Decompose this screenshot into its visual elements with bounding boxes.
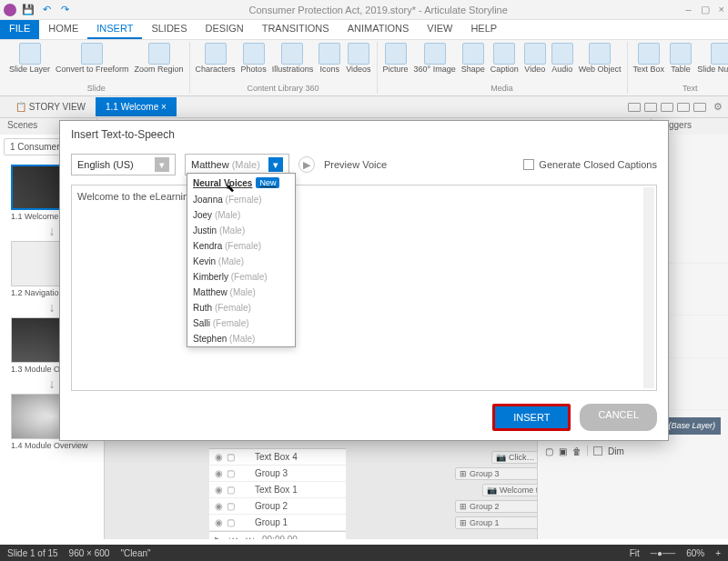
voice-option[interactable]: Stephen (Male) — [187, 331, 295, 346]
maximize-button[interactable]: ▢ — [701, 4, 710, 15]
timeline-clip[interactable]: ⊞ Group 3 — [455, 467, 537, 480]
eye-icon[interactable]: ◉ — [215, 452, 223, 462]
zoom-value: 60% — [686, 548, 704, 558]
voice-option[interactable]: Joey (Male) — [187, 207, 295, 223]
timeline-controls: ▶ ⏮ ⏭ 00:09.00 — [209, 531, 346, 539]
timeline-clip[interactable]: ⊞ Group 2 — [455, 500, 537, 513]
eye-icon[interactable]: ◉ — [215, 485, 223, 495]
cancel-button[interactable]: CANCEL — [580, 404, 657, 431]
ribbon-photos[interactable]: Photos — [239, 42, 268, 75]
tab-view[interactable]: VIEW — [418, 20, 461, 39]
redo-icon[interactable]: ↷ — [58, 4, 71, 16]
ribbon-videos[interactable]: Videos — [344, 42, 372, 75]
voice-option[interactable]: Salli (Female) — [187, 316, 295, 331]
timeline-clip[interactable]: ⊞ Group 1 — [455, 516, 537, 529]
delete-layer-icon[interactable]: 🗑 — [572, 446, 581, 456]
ribbon-illustrations[interactable]: Illustrations — [270, 42, 316, 75]
voice-option[interactable]: Justin (Male) — [187, 223, 295, 238]
ribbon-icons[interactable]: Icons — [317, 42, 342, 75]
ribbon-web-object[interactable]: Web Object — [577, 42, 623, 75]
window-title: Consumer Protection Act, 2019.story* - A… — [71, 5, 685, 15]
ribbon-convert-freeform[interactable]: Convert to Freeform — [54, 42, 131, 75]
eye-icon[interactable]: ◉ — [215, 501, 223, 511]
timeline-row[interactable]: ◉▢Group 3⊞ Group 3 — [209, 466, 346, 482]
voice-option[interactable]: Ruth (Female) — [187, 300, 295, 316]
tab-home[interactable]: HOME — [39, 20, 87, 39]
voice-option[interactable]: Kevin (Male) — [187, 254, 295, 269]
tab-slides[interactable]: SLIDES — [142, 20, 196, 39]
tab-help[interactable]: HELP — [461, 20, 506, 39]
tab-file[interactable]: FILE — [0, 20, 39, 39]
lock-icon[interactable]: ▢ — [227, 485, 235, 495]
device-preview-icons[interactable] — [628, 103, 706, 112]
voice-option[interactable]: Kendra (Female) — [187, 238, 295, 254]
timeline-row[interactable]: ◉▢Group 2⊞ Group 2 — [209, 498, 346, 515]
ribbon-360-image[interactable]: 360° Image — [412, 42, 458, 75]
ribbon-picture[interactable]: Picture — [381, 42, 410, 75]
timeline-panel: ◉▢Text Box 4📷 Click… ◉▢Group 3⊞ Group 3 … — [209, 448, 346, 539]
voice-option[interactable]: Kimberly (Female) — [187, 269, 295, 285]
preview-voice-label[interactable]: Preview Voice — [324, 159, 387, 170]
insert-button[interactable]: INSERT — [492, 404, 571, 431]
settings-icon[interactable]: ⚙ — [713, 101, 723, 113]
lock-icon[interactable]: ▢ — [227, 452, 235, 462]
lock-icon[interactable]: ▢ — [227, 468, 235, 478]
tts-text-input[interactable]: Welcome to the eLearning course — [71, 185, 657, 391]
zoom-in-icon[interactable]: + — [715, 548, 721, 558]
ribbon: Slide Layer Convert to Freeform Zoom Reg… — [0, 40, 728, 96]
status-bar: Slide 1 of 15 960 × 600 "Clean" Fit ─●──… — [0, 545, 728, 561]
minimize-button[interactable]: – — [685, 4, 691, 15]
voice-option[interactable]: Joanna (Female) — [187, 192, 295, 207]
timeline-row[interactable]: ◉▢Text Box 1📷 Welcome to the eLearning c… — [209, 482, 346, 498]
ribbon-text-box[interactable]: Text Box — [632, 42, 667, 75]
checkbox-icon — [523, 159, 534, 170]
play-preview-icon[interactable]: ▶ — [298, 156, 315, 173]
language-select[interactable]: English (US) ▾ — [71, 154, 176, 175]
ribbon-table[interactable]: Table — [668, 42, 693, 75]
timeline-clip[interactable]: 📷 Welcome to the eLearning course on — [482, 484, 537, 496]
dim-checkbox[interactable] — [593, 446, 602, 456]
window-controls: – ▢ × — [685, 4, 724, 15]
scrollbar[interactable] — [643, 187, 654, 388]
closed-captions-checkbox[interactable]: Generate Closed Captions — [523, 159, 657, 170]
ribbon-slide-layer[interactable]: Slide Layer — [7, 42, 52, 75]
save-icon[interactable]: 💾 — [22, 4, 35, 16]
ribbon-caption[interactable]: Caption — [489, 42, 521, 75]
duplicate-layer-icon[interactable]: ▣ — [559, 446, 567, 456]
tab-slide-welcome[interactable]: 1.1 Welcome × — [96, 97, 177, 116]
scene-tab[interactable]: 1 Consumer — [4, 138, 66, 155]
tab-transitions[interactable]: TRANSITIONS — [253, 20, 339, 39]
eye-icon[interactable]: ◉ — [215, 517, 223, 527]
tab-animations[interactable]: ANIMATIONS — [339, 20, 419, 39]
view-tabs: 📋 STORY VIEW 1.1 Welcome × ⚙ — [0, 96, 728, 118]
fit-button[interactable]: Fit — [630, 548, 640, 558]
lock-icon[interactable]: ▢ — [227, 517, 235, 527]
skip-end-icon[interactable]: ⏭ — [246, 535, 255, 539]
timeline-row[interactable]: ◉▢Group 1⊞ Group 1 — [209, 515, 346, 531]
ribbon-shape[interactable]: Shape — [460, 42, 487, 75]
layers-toolbar: ▢ ▣ 🗑 Dim — [538, 442, 728, 460]
zoom-slider[interactable]: ─●── — [651, 548, 675, 558]
skip-start-icon[interactable]: ⏮ — [229, 535, 238, 539]
tab-story-view[interactable]: 📋 STORY VIEW — [5, 97, 96, 116]
timeline-row[interactable]: ◉▢Text Box 4📷 Click… — [209, 449, 346, 466]
undo-icon[interactable]: ↶ — [40, 4, 53, 16]
lock-icon[interactable]: ▢ — [227, 501, 235, 511]
ribbon-characters[interactable]: Characters — [194, 42, 238, 75]
play-icon[interactable]: ▶ — [215, 535, 222, 539]
timeline-clip[interactable]: 📷 Click… — [491, 451, 537, 464]
ribbon-slide-number[interactable]: Slide Number — [695, 42, 728, 75]
ribbon-video[interactable]: Video — [522, 42, 548, 75]
close-button[interactable]: × — [719, 4, 724, 15]
add-layer-icon[interactable]: ▢ — [545, 446, 553, 456]
ribbon-audio[interactable]: Audio — [550, 42, 575, 75]
menu-tabs: FILE HOME INSERT SLIDES DESIGN TRANSITIO… — [0, 20, 728, 40]
voice-option[interactable]: Matthew (Male) — [187, 285, 295, 300]
new-badge: New — [256, 177, 279, 188]
status-size: 960 × 600 — [69, 548, 110, 558]
chevron-down-icon: ▾ — [155, 157, 169, 172]
tab-insert[interactable]: INSERT — [87, 20, 142, 39]
tab-design[interactable]: DESIGN — [197, 20, 253, 39]
eye-icon[interactable]: ◉ — [215, 468, 223, 478]
ribbon-zoom-region[interactable]: Zoom Region — [133, 42, 186, 75]
